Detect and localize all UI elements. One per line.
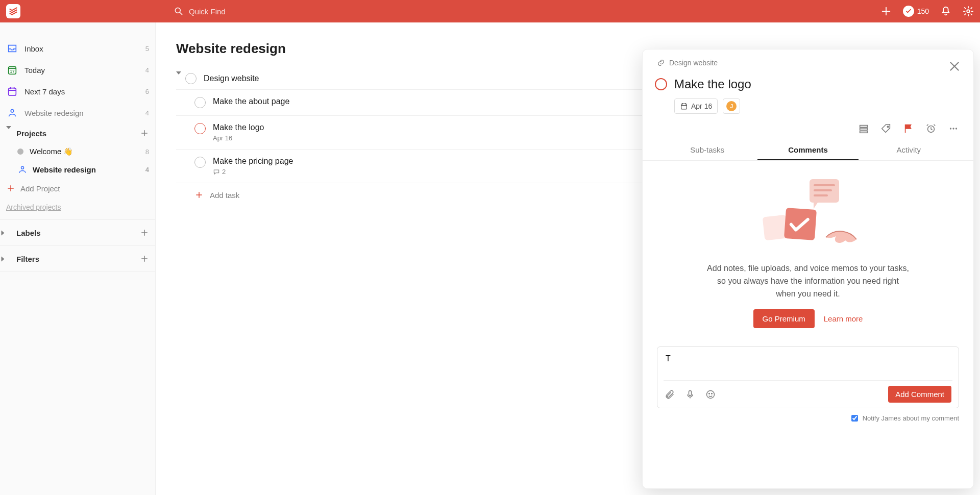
sidebar-section-projects-label: Projects: [16, 129, 46, 138]
inbox-icon: [6, 42, 18, 55]
panel-breadcrumb-text: Design website: [669, 59, 718, 67]
add-label-plus-icon[interactable]: [140, 228, 149, 237]
more-icon[interactable]: [948, 123, 959, 134]
task-checkbox-big[interactable]: [655, 78, 667, 90]
sidebar-label-wr-top: Website redesign: [24, 109, 145, 117]
comment-composer: Add Comment: [657, 346, 959, 408]
sidebar-count-inbox: 5: [145, 45, 149, 53]
svg-point-4: [967, 10, 970, 13]
flag-icon[interactable]: [903, 123, 914, 134]
svg-point-8: [11, 110, 14, 113]
sidebar-count-next7: 6: [145, 88, 149, 95]
notifications-button[interactable]: [940, 6, 951, 17]
add-task-label: Add task: [210, 191, 239, 200]
empty-text-line3: when you need it.: [677, 288, 939, 301]
reminder-icon[interactable]: [925, 123, 937, 134]
link-icon: [657, 59, 665, 67]
calendar-icon: [680, 102, 688, 110]
todoist-logo-icon: [8, 6, 18, 16]
learn-more-link[interactable]: Learn more: [824, 314, 863, 323]
settings-button[interactable]: [963, 6, 974, 17]
tab-comments[interactable]: Comments: [757, 140, 858, 160]
bell-icon: [940, 6, 951, 17]
sidebar-item-today[interactable]: 17 Today 4: [0, 59, 155, 81]
quick-find[interactable]: Quick Find: [174, 6, 226, 16]
chevron-right-icon: [5, 256, 13, 261]
svg-rect-37: [689, 390, 692, 395]
panel-breadcrumb[interactable]: Design website: [657, 59, 959, 67]
karma-circle: [903, 6, 914, 17]
svg-point-29: [952, 128, 954, 129]
sidebar-item-inbox[interactable]: Inbox 5: [0, 38, 155, 59]
move-project-icon[interactable]: [858, 123, 869, 134]
mic-icon[interactable]: [685, 389, 695, 400]
svg-point-11: [21, 166, 24, 169]
sidebar: Inbox 5 17 Today 4 Next 7 days 6 Website…: [0, 22, 156, 495]
section-name: Design website: [204, 74, 259, 83]
archived-projects-link[interactable]: Archived projects: [0, 198, 155, 216]
plus-icon: [194, 190, 204, 200]
add-project-button[interactable]: Add Project: [0, 179, 155, 198]
quick-find-label: Quick Find: [189, 7, 226, 16]
task-detail-panel: Design website Make the logo Apr 16 J: [642, 49, 974, 489]
assign-chip[interactable]: J: [723, 98, 740, 114]
today-icon: 17: [6, 64, 18, 76]
add-project-label: Add Project: [20, 184, 60, 193]
svg-point-40: [712, 393, 713, 394]
comment-input[interactable]: [665, 353, 951, 374]
task-checkbox[interactable]: [194, 97, 206, 108]
tab-subtasks[interactable]: Sub-tasks: [657, 140, 757, 160]
add-filter-plus-icon[interactable]: [140, 254, 149, 263]
task-checkbox[interactable]: [194, 123, 206, 134]
sidebar-label-next7: Next 7 days: [24, 87, 145, 96]
svg-line-1: [180, 13, 182, 15]
comment-icon: [213, 168, 220, 176]
karma-count: 150: [917, 7, 929, 15]
label-icon[interactable]: [880, 123, 892, 134]
notify-checkbox[interactable]: [851, 415, 858, 422]
app-logo[interactable]: [6, 4, 20, 18]
schedule-chip-label: Apr 16: [691, 102, 712, 110]
svg-point-0: [175, 8, 180, 13]
close-panel-button[interactable]: [948, 60, 961, 75]
emoji-icon[interactable]: [705, 389, 716, 400]
gear-icon: [963, 6, 974, 17]
sidebar-section-projects[interactable]: Projects: [0, 123, 155, 143]
attachment-icon[interactable]: [665, 389, 675, 400]
quick-add-button[interactable]: [880, 6, 892, 17]
sidebar-project-website-redesign[interactable]: Website redesign 4: [0, 160, 155, 179]
productivity-button[interactable]: 150: [903, 6, 929, 17]
add-project-plus-icon[interactable]: [140, 129, 149, 138]
task-checkbox[interactable]: [194, 157, 206, 168]
sidebar-item-next7[interactable]: Next 7 days 6: [0, 81, 155, 102]
comments-empty-state: Add notes, file uploads, and voice memos…: [657, 171, 959, 338]
checkmark-icon: [905, 8, 912, 15]
sidebar-item-website-redesign-top[interactable]: Website redesign 4: [0, 102, 155, 123]
svg-rect-35: [763, 215, 789, 241]
sidebar-label-inbox: Inbox: [24, 44, 145, 53]
panel-task-title[interactable]: Make the logo: [674, 77, 751, 91]
top-bar: Quick Find 150: [0, 0, 980, 22]
add-comment-button[interactable]: Add Comment: [888, 386, 951, 403]
plus-icon: [6, 184, 15, 193]
section-checkbox[interactable]: [185, 73, 197, 84]
svg-rect-24: [860, 128, 868, 130]
shared-project-icon: [6, 107, 18, 119]
tab-activity[interactable]: Activity: [859, 140, 959, 160]
notify-label: Notify James about my comment: [863, 414, 959, 422]
sidebar-section-filters[interactable]: Filters: [0, 249, 155, 268]
go-premium-button[interactable]: Go Premium: [753, 309, 815, 328]
schedule-chip[interactable]: Apr 16: [674, 98, 718, 114]
calendar-icon: [6, 85, 18, 97]
comments-illustration: [749, 176, 867, 253]
shared-project-icon: [17, 164, 28, 175]
plus-icon: [880, 6, 892, 17]
empty-text-line1: Add notes, file uploads, and voice memos…: [677, 262, 939, 275]
sidebar-project-label-0: Welcome 👋: [30, 147, 145, 156]
sidebar-section-labels[interactable]: Labels: [0, 223, 155, 242]
svg-rect-22: [681, 104, 687, 109]
sidebar-project-welcome[interactable]: Welcome 👋 8: [0, 143, 155, 160]
sidebar-project-count-1: 4: [145, 166, 149, 174]
svg-point-30: [955, 128, 957, 129]
svg-rect-7: [9, 88, 16, 96]
